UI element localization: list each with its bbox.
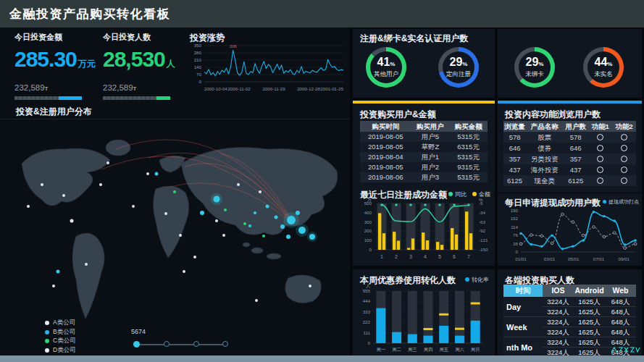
feature-toggle-icon[interactable] <box>612 153 636 164</box>
stat-today-investment-amount: 今日投资金额 285.30万元 232,589T <box>14 32 101 100</box>
stat-subvalue: 232,589T <box>103 83 190 92</box>
table-cell: 2019-08-05 <box>360 132 411 142</box>
slider-stop[interactable] <box>222 341 228 347</box>
table-header-row: 浏览量产品名称用户数功能1功能2 <box>503 121 636 132</box>
column-header[interactable]: Web <box>605 285 636 297</box>
table-cell: 1625人 <box>574 297 605 307</box>
svg-text:2000-11-02: 2000-11-02 <box>227 86 251 91</box>
table-row: 437海外投资437 <box>503 164 636 175</box>
column-header: 购买时间 <box>360 121 411 132</box>
svg-text:0: 0 <box>199 79 202 84</box>
table-cell: 3224人 <box>543 337 574 348</box>
panel-registration-donuts-right: 29% 未绑卡 44% 未实名 <box>498 29 642 98</box>
stat-value: 28,530人 <box>103 47 190 72</box>
panel-title: 投资购买用户&金额 <box>360 109 436 121</box>
svg-text:09/01: 09/01 <box>618 256 630 261</box>
slider-stop[interactable] <box>193 341 199 347</box>
table-cell: 6125 <box>503 175 526 186</box>
column-header: 购买金额 <box>449 121 488 132</box>
feature-toggle-icon[interactable] <box>588 143 612 153</box>
legend-dot <box>45 339 49 343</box>
table-cell: 648人 <box>605 317 636 327</box>
legend-label: A类公司 <box>53 319 75 327</box>
map-legend-item[interactable]: C类公司 <box>45 337 76 346</box>
table-cell: 6125 <box>563 175 588 186</box>
progress-bar <box>14 96 82 100</box>
map-legend-item[interactable]: D类公司 <box>45 346 76 355</box>
table-row: 2019-08-05用户29315元 <box>360 162 488 172</box>
legend-label: C类公司 <box>53 337 76 345</box>
svg-text:4: 4 <box>424 254 427 259</box>
panel-purchase-table: 投资购买用户&金额 购买时间购买用户购买金额2019-08-05用户55315元… <box>353 101 495 185</box>
tab-time-header[interactable]: 时间 <box>503 285 543 297</box>
svg-text:-92: -92 <box>479 228 486 233</box>
table-row: 6125现金类6125 <box>503 175 636 186</box>
feature-toggle-icon[interactable] <box>588 175 612 186</box>
table-cell: 另类投资 <box>526 153 563 164</box>
svg-text:76: 76 <box>513 232 518 237</box>
table-cell: 5315元 <box>449 172 488 182</box>
svg-text:-34: -34 <box>479 210 486 215</box>
column-header[interactable]: IOS <box>543 285 574 297</box>
withdraw-line-chart: 1901521147638001/0103/0105/0107/0109/01 <box>498 207 642 265</box>
divider <box>0 119 350 119</box>
map-legend-item[interactable]: A类公司 <box>45 319 76 328</box>
feature-toggle-icon[interactable] <box>612 175 636 186</box>
legend-dot <box>448 192 453 196</box>
table-cell: 578 <box>563 132 588 143</box>
table-cell: 现金类 <box>526 175 563 186</box>
coupon-bar-chart: 人5554443332221110周一周二周三周四周五周六周日 <box>353 282 495 359</box>
svg-text:0: 0 <box>516 249 519 254</box>
feature-toggle-icon[interactable] <box>612 164 636 175</box>
svg-text:350: 350 <box>194 43 202 48</box>
feature-toggle-icon[interactable] <box>588 164 612 175</box>
table-cell: 3224人 <box>543 317 574 327</box>
table-cell: 海外投资 <box>526 164 563 175</box>
table-cell: 用户2 <box>411 162 449 172</box>
table-row: 2019-08-05草野Z6315元 <box>360 142 488 152</box>
chart-legend: 申请提现打点 提现成功打点 <box>563 198 639 206</box>
donut-unverified: 44% 未实名 <box>583 47 624 88</box>
timeline-slider-track[interactable] <box>136 344 227 345</box>
svg-text:周六: 周六 <box>455 347 464 352</box>
svg-text:05/01: 05/01 <box>568 256 580 261</box>
panel-coupon-chart: 本周优惠券使用转化人数 转化率 人5554443332221110周一周二周三周… <box>353 269 495 360</box>
progress-bar <box>103 96 170 100</box>
slider-stop[interactable] <box>164 341 170 347</box>
svg-text:140: 140 <box>194 64 202 70</box>
svg-text:03/01: 03/01 <box>544 256 556 261</box>
timeline-slider-knob[interactable] <box>133 341 140 348</box>
svg-text:2: 2 <box>395 254 398 259</box>
feature-toggle-icon[interactable] <box>588 153 612 164</box>
feature-toggle-icon[interactable] <box>588 132 612 143</box>
column-header[interactable]: Android <box>574 285 605 297</box>
svg-text:1: 1 <box>380 254 383 259</box>
legend-dot <box>45 321 49 325</box>
svg-text:38: 38 <box>513 241 518 246</box>
row-group-label: Week <box>503 317 543 337</box>
svg-text:-121: -121 <box>479 237 488 243</box>
svg-text:333: 333 <box>363 309 371 314</box>
table-cell: 1625人 <box>574 317 605 327</box>
stat-today-investor-count: 今日投资人数 28,530人 232,589T <box>103 32 190 100</box>
panel-withdraw-chart: 每日申请提现成功用户数 申请提现打点 提现成功打点 19015211476380… <box>498 193 642 266</box>
stat-value: 285.30万元 <box>14 47 101 72</box>
svg-text:人: 人 <box>366 283 371 288</box>
column-header: 用户数 <box>563 121 588 132</box>
row-group-label: nth Mo <box>503 337 543 358</box>
table-cell: 646 <box>503 143 526 153</box>
map-legend-item[interactable]: B类公司 <box>45 328 76 337</box>
table-cell: 3224人 <box>543 297 574 307</box>
table-cell: 648人 <box>605 297 636 307</box>
donut-targeted-registration: 29% 定向注册 <box>438 47 479 88</box>
svg-text:2000-12-28: 2000-12-28 <box>297 86 320 91</box>
feature-toggle-icon[interactable] <box>612 143 636 153</box>
feature-toggle-icon[interactable] <box>612 132 636 143</box>
svg-text:111: 111 <box>364 330 371 335</box>
table-cell: 578 <box>503 132 526 143</box>
donut-other-users: 41% 其他用户 <box>366 47 406 88</box>
table-cell: 2019-08-04 <box>360 152 411 162</box>
legend-dot <box>465 277 469 282</box>
table-row: 357另类投资357 <box>503 153 636 164</box>
svg-text:7: 7 <box>467 254 470 259</box>
